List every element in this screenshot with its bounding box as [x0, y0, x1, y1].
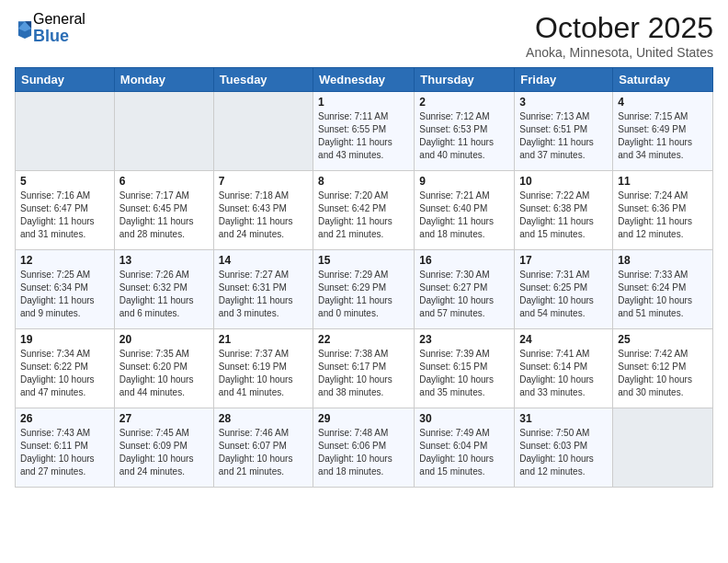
day-info: Sunrise: 7:34 AMSunset: 6:22 PMDaylight:… — [20, 348, 109, 399]
table-row: 28Sunrise: 7:46 AMSunset: 6:07 PMDayligh… — [213, 408, 313, 488]
day-info: Sunrise: 7:37 AMSunset: 6:19 PMDaylight:… — [219, 348, 308, 399]
day-number: 11 — [618, 175, 708, 188]
col-thursday: Thursday — [415, 68, 515, 92]
logo: General Blue — [15, 11, 85, 45]
day-number: 17 — [519, 254, 608, 267]
day-number: 9 — [419, 175, 509, 188]
header: General Blue October 2025 Anoka, Minneso… — [15, 11, 713, 60]
col-tuesday: Tuesday — [213, 68, 313, 92]
col-sunday: Sunday — [16, 68, 115, 92]
day-info: Sunrise: 7:35 AMSunset: 6:20 PMDaylight:… — [119, 348, 209, 399]
day-info: Sunrise: 7:50 AMSunset: 6:03 PMDaylight:… — [519, 427, 608, 478]
day-number: 21 — [219, 333, 308, 346]
table-row: 15Sunrise: 7:29 AMSunset: 6:29 PMDayligh… — [313, 250, 415, 329]
day-info: Sunrise: 7:38 AMSunset: 6:17 PMDaylight:… — [318, 348, 409, 399]
table-row: 24Sunrise: 7:41 AMSunset: 6:14 PMDayligh… — [515, 329, 613, 408]
day-info: Sunrise: 7:20 AMSunset: 6:42 PMDaylight:… — [318, 190, 409, 241]
table-row: 30Sunrise: 7:49 AMSunset: 6:04 PMDayligh… — [415, 408, 515, 488]
logo-icon — [17, 18, 33, 39]
day-number: 23 — [419, 333, 509, 346]
table-row: 22Sunrise: 7:38 AMSunset: 6:17 PMDayligh… — [313, 329, 415, 408]
day-info: Sunrise: 7:18 AMSunset: 6:43 PMDaylight:… — [219, 190, 308, 241]
table-row: 4Sunrise: 7:15 AMSunset: 6:49 PMDaylight… — [613, 92, 713, 171]
day-number: 30 — [419, 412, 509, 425]
table-row — [613, 408, 713, 488]
day-number: 7 — [219, 175, 308, 188]
table-row: 12Sunrise: 7:25 AMSunset: 6:34 PMDayligh… — [16, 250, 115, 329]
day-number: 3 — [519, 96, 608, 109]
day-number: 8 — [318, 175, 409, 188]
table-row: 8Sunrise: 7:20 AMSunset: 6:42 PMDaylight… — [313, 171, 415, 250]
day-info: Sunrise: 7:16 AMSunset: 6:47 PMDaylight:… — [20, 190, 109, 241]
page: General Blue October 2025 Anoka, Minneso… — [0, 0, 728, 563]
day-info: Sunrise: 7:15 AMSunset: 6:49 PMDaylight:… — [618, 110, 708, 162]
day-number: 4 — [618, 96, 708, 109]
table-row: 25Sunrise: 7:42 AMSunset: 6:12 PMDayligh… — [613, 329, 713, 408]
day-number: 20 — [119, 333, 209, 346]
col-friday: Friday — [515, 68, 613, 92]
day-info: Sunrise: 7:13 AMSunset: 6:51 PMDaylight:… — [519, 110, 608, 162]
day-info: Sunrise: 7:31 AMSunset: 6:25 PMDaylight:… — [519, 269, 608, 320]
day-number: 29 — [318, 412, 409, 425]
table-row: 21Sunrise: 7:37 AMSunset: 6:19 PMDayligh… — [213, 329, 313, 408]
day-number: 31 — [519, 412, 608, 425]
calendar-header-row: Sunday Monday Tuesday Wednesday Thursday… — [16, 68, 713, 92]
day-number: 10 — [519, 175, 608, 188]
table-row: 18Sunrise: 7:33 AMSunset: 6:24 PMDayligh… — [613, 250, 713, 329]
day-number: 28 — [219, 412, 308, 425]
day-info: Sunrise: 7:24 AMSunset: 6:36 PMDaylight:… — [618, 190, 708, 241]
day-number: 26 — [20, 412, 109, 425]
day-info: Sunrise: 7:27 AMSunset: 6:31 PMDaylight:… — [219, 269, 308, 320]
day-info: Sunrise: 7:17 AMSunset: 6:45 PMDaylight:… — [119, 190, 209, 241]
calendar-week-row: 26Sunrise: 7:43 AMSunset: 6:11 PMDayligh… — [16, 408, 713, 488]
table-row — [114, 92, 213, 171]
day-info: Sunrise: 7:45 AMSunset: 6:09 PMDaylight:… — [119, 427, 209, 478]
table-row: 19Sunrise: 7:34 AMSunset: 6:22 PMDayligh… — [16, 329, 115, 408]
table-row: 31Sunrise: 7:50 AMSunset: 6:03 PMDayligh… — [515, 408, 613, 488]
day-number: 15 — [318, 254, 409, 267]
day-info: Sunrise: 7:46 AMSunset: 6:07 PMDaylight:… — [219, 427, 308, 478]
day-info: Sunrise: 7:48 AMSunset: 6:06 PMDaylight:… — [318, 427, 409, 478]
day-info: Sunrise: 7:42 AMSunset: 6:12 PMDaylight:… — [618, 348, 708, 399]
day-info: Sunrise: 7:25 AMSunset: 6:34 PMDaylight:… — [20, 269, 109, 320]
day-info: Sunrise: 7:26 AMSunset: 6:32 PMDaylight:… — [119, 269, 209, 320]
calendar-week-row: 12Sunrise: 7:25 AMSunset: 6:34 PMDayligh… — [16, 250, 713, 329]
table-row — [213, 92, 313, 171]
day-number: 14 — [219, 254, 308, 267]
table-row: 20Sunrise: 7:35 AMSunset: 6:20 PMDayligh… — [114, 329, 213, 408]
table-row — [16, 92, 115, 171]
table-row: 6Sunrise: 7:17 AMSunset: 6:45 PMDaylight… — [114, 171, 213, 250]
table-row: 14Sunrise: 7:27 AMSunset: 6:31 PMDayligh… — [213, 250, 313, 329]
calendar-week-row: 1Sunrise: 7:11 AMSunset: 6:55 PMDaylight… — [16, 92, 713, 171]
day-number: 6 — [119, 175, 209, 188]
logo-blue: Blue — [33, 28, 85, 46]
location: Anoka, Minnesota, United States — [526, 45, 713, 60]
table-row: 23Sunrise: 7:39 AMSunset: 6:15 PMDayligh… — [415, 329, 515, 408]
day-info: Sunrise: 7:33 AMSunset: 6:24 PMDaylight:… — [618, 269, 708, 320]
table-row: 16Sunrise: 7:30 AMSunset: 6:27 PMDayligh… — [415, 250, 515, 329]
day-number: 19 — [20, 333, 109, 346]
day-info: Sunrise: 7:12 AMSunset: 6:53 PMDaylight:… — [419, 110, 509, 162]
table-row: 26Sunrise: 7:43 AMSunset: 6:11 PMDayligh… — [16, 408, 115, 488]
title-area: October 2025 Anoka, Minnesota, United St… — [526, 11, 713, 60]
table-row: 1Sunrise: 7:11 AMSunset: 6:55 PMDaylight… — [313, 92, 415, 171]
day-info: Sunrise: 7:41 AMSunset: 6:14 PMDaylight:… — [519, 348, 608, 399]
day-info: Sunrise: 7:22 AMSunset: 6:38 PMDaylight:… — [519, 190, 608, 241]
day-number: 1 — [318, 96, 409, 109]
day-number: 12 — [20, 254, 109, 267]
calendar-week-row: 5Sunrise: 7:16 AMSunset: 6:47 PMDaylight… — [16, 171, 713, 250]
table-row: 17Sunrise: 7:31 AMSunset: 6:25 PMDayligh… — [515, 250, 613, 329]
table-row: 5Sunrise: 7:16 AMSunset: 6:47 PMDaylight… — [16, 171, 115, 250]
day-info: Sunrise: 7:11 AMSunset: 6:55 PMDaylight:… — [318, 110, 409, 162]
logo-general: General — [33, 11, 85, 28]
day-number: 27 — [119, 412, 209, 425]
table-row: 3Sunrise: 7:13 AMSunset: 6:51 PMDaylight… — [515, 92, 613, 171]
month-title: October 2025 — [526, 11, 713, 45]
day-number: 25 — [618, 333, 708, 346]
day-number: 2 — [419, 96, 509, 109]
calendar-table: Sunday Monday Tuesday Wednesday Thursday… — [15, 67, 713, 488]
table-row: 13Sunrise: 7:26 AMSunset: 6:32 PMDayligh… — [114, 250, 213, 329]
day-number: 13 — [119, 254, 209, 267]
day-info: Sunrise: 7:29 AMSunset: 6:29 PMDaylight:… — [318, 269, 409, 320]
table-row: 11Sunrise: 7:24 AMSunset: 6:36 PMDayligh… — [613, 171, 713, 250]
